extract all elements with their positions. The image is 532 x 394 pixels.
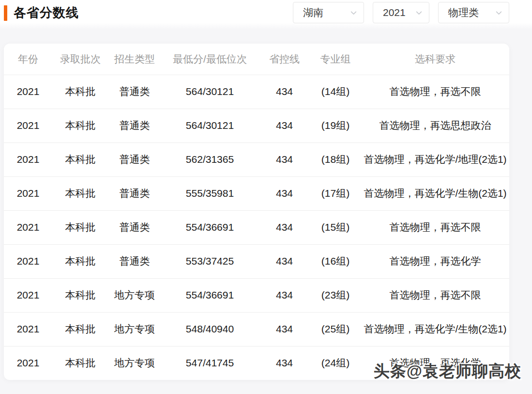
table-row: 2021本科批普通类564/30121434(19组)首选物理，再选思想政治 (4, 109, 509, 142)
toolbar: 各省分数线 湖南 2021 物理类 (0, 0, 532, 29)
table-row: 2021本科批地方专项554/36691434(23组)首选物理，再选不限 (4, 278, 509, 312)
table-cell: 普通类 (108, 75, 161, 109)
table-cell: 434 (259, 346, 310, 380)
table-cell: 本科批 (52, 176, 108, 210)
table-cell: 首选物理，再选思想政治 (361, 109, 509, 142)
table-cell: (18组) (310, 142, 361, 176)
table-row: 2021本科批地方专项547/41745434(24组)首选物理，再选化学 (4, 346, 509, 380)
table-cell: 2021 (4, 176, 52, 210)
table-row: 2021本科批普通类555/35981434(17组)首选物理，再选化学/生物(… (4, 176, 509, 210)
table-cell: 548/40940 (161, 312, 259, 346)
chevron-down-icon (350, 9, 358, 17)
table-cell: (24组) (310, 346, 361, 380)
chevron-down-icon (415, 9, 423, 17)
column-header: 专业组 (310, 44, 361, 75)
table-cell: 2021 (4, 109, 52, 142)
table-header-row: 年份录取批次招生类型最低分/最低位次省控线专业组选科要求 (4, 44, 509, 75)
table-cell: 553/37425 (161, 244, 259, 278)
table-cell: 首选物理，再选不限 (361, 278, 509, 312)
table-cell: 2021 (4, 244, 52, 278)
table-row: 2021本科批地方专项548/40940434(25组)首选物理，再选化学/生物… (4, 312, 509, 346)
table-cell: 首选物理，再选化学/地理(2选1) (361, 142, 509, 176)
table-cell: 434 (259, 176, 310, 210)
table-cell: 2021 (4, 312, 52, 346)
province-select-value: 湖南 (303, 6, 323, 19)
table-cell: 本科批 (52, 346, 108, 380)
table-cell: 562/31365 (161, 142, 259, 176)
filter-group: 湖南 2021 物理类 (293, 2, 509, 23)
table-cell: 564/30121 (161, 75, 259, 109)
table-cell: 首选物理，再选化学 (361, 244, 509, 278)
table-cell: 本科批 (52, 210, 108, 244)
category-select[interactable]: 物理类 (438, 2, 509, 23)
table-cell: 564/30121 (161, 109, 259, 142)
province-select[interactable]: 湖南 (293, 2, 364, 23)
table-cell: 434 (259, 244, 310, 278)
table-cell: 434 (259, 278, 310, 312)
table-cell: 547/41745 (161, 346, 259, 380)
table-cell: (16组) (310, 244, 361, 278)
table-cell: 地方专项 (108, 346, 161, 380)
column-header: 最低分/最低位次 (161, 44, 259, 75)
table-cell: 434 (259, 312, 310, 346)
table-cell: 首选物理，再选不限 (361, 210, 509, 244)
table-cell: (19组) (310, 109, 361, 142)
table-cell: (25组) (310, 312, 361, 346)
table-cell: 本科批 (52, 109, 108, 142)
table-row: 2021本科批普通类562/31365434(18组)首选物理，再选化学/地理(… (4, 142, 509, 176)
table-cell: 434 (259, 142, 310, 176)
scores-table-card: 年份录取批次招生类型最低分/最低位次省控线专业组选科要求 2021本科批普通类5… (4, 44, 509, 380)
table-cell: 地方专项 (108, 312, 161, 346)
table-cell: 首选物理，再选不限 (361, 75, 509, 109)
table-cell: (23组) (310, 278, 361, 312)
table-cell: 2021 (4, 142, 52, 176)
table-cell: 本科批 (52, 142, 108, 176)
table-row: 2021本科批普通类554/36691434(15组)首选物理，再选不限 (4, 210, 509, 244)
table-cell: 2021 (4, 346, 52, 380)
page-title: 各省分数线 (14, 4, 79, 21)
table-cell: 2021 (4, 278, 52, 312)
table-cell: (14组) (310, 75, 361, 109)
table-cell: 434 (259, 75, 310, 109)
scores-table: 年份录取批次招生类型最低分/最低位次省控线专业组选科要求 2021本科批普通类5… (4, 44, 509, 380)
table-cell: 2021 (4, 210, 52, 244)
table-cell: 2021 (4, 75, 52, 109)
category-select-value: 物理类 (448, 6, 479, 19)
table-cell: 本科批 (52, 244, 108, 278)
table-cell: 普通类 (108, 210, 161, 244)
table-cell: 本科批 (52, 75, 108, 109)
table-cell: 首选物理，再选化学/生物(2选1) (361, 312, 509, 346)
column-header: 选科要求 (361, 44, 509, 75)
title-accent-bar (4, 5, 7, 21)
table-cell: (15组) (310, 210, 361, 244)
column-header: 省控线 (259, 44, 310, 75)
year-select[interactable]: 2021 (373, 2, 429, 23)
table-cell: 普通类 (108, 142, 161, 176)
table-cell: 本科批 (52, 312, 108, 346)
year-select-value: 2021 (383, 7, 406, 18)
table-cell: 434 (259, 210, 310, 244)
table-cell: 首选物理，再选化学/生物(2选1) (361, 176, 509, 210)
table-cell: 555/35981 (161, 176, 259, 210)
table-cell: 地方专项 (108, 278, 161, 312)
table-cell: 首选物理，再选化学 (361, 346, 509, 380)
column-header: 年份 (4, 44, 52, 75)
page-title-group: 各省分数线 (4, 4, 79, 21)
table-cell: 554/36691 (161, 210, 259, 244)
table-cell: 普通类 (108, 109, 161, 142)
column-header: 招生类型 (108, 44, 161, 75)
table-cell: 普通类 (108, 244, 161, 278)
table-cell: 普通类 (108, 176, 161, 210)
chevron-down-icon (495, 9, 503, 17)
table-cell: 本科批 (52, 278, 108, 312)
table-cell: 554/36691 (161, 278, 259, 312)
table-cell: 434 (259, 109, 310, 142)
table-cell: (17组) (310, 176, 361, 210)
table-row: 2021本科批普通类564/30121434(14组)首选物理，再选不限 (4, 75, 509, 109)
table-row: 2021本科批普通类553/37425434(16组)首选物理，再选化学 (4, 244, 509, 278)
column-header: 录取批次 (52, 44, 108, 75)
